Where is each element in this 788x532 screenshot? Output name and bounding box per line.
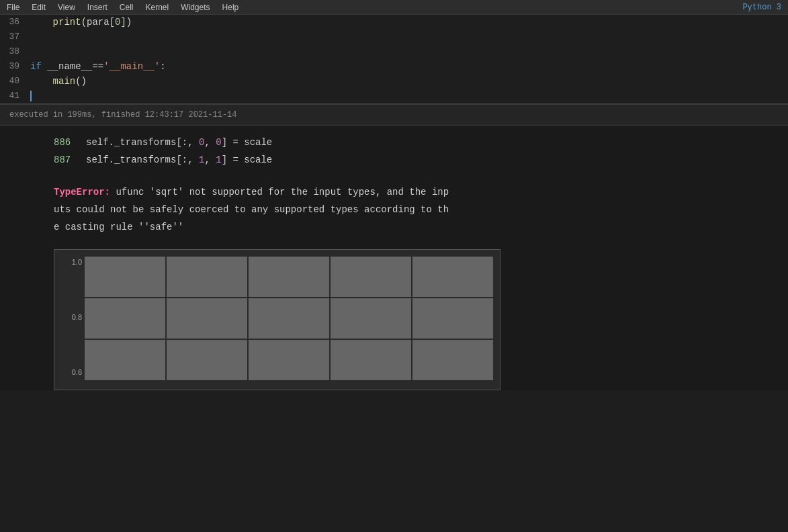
- error-keyword: TypeError:: [54, 187, 110, 197]
- kernel-indicator: Python 3: [742, 3, 781, 12]
- error-line-1: TypeError: ufunc 'sqrt' not supported fo…: [54, 183, 734, 201]
- code-line-39: 39 if __name__=='__main__':: [0, 59, 788, 74]
- menu-help[interactable]: Help: [222, 3, 239, 12]
- line-content-41: [30, 89, 788, 103]
- line-number-41: 41: [0, 89, 30, 103]
- chart-cell: [167, 340, 247, 380]
- code-line-38: 38: [0, 44, 788, 59]
- line-number-38: 38: [0, 44, 30, 59]
- menu-widgets[interactable]: Widgets: [181, 3, 210, 12]
- chart-cell: [412, 298, 493, 339]
- menu-kernel[interactable]: Kernel: [146, 3, 169, 12]
- y-label-1.0: 1.0: [57, 258, 82, 266]
- chart-cell: [331, 298, 411, 339]
- output-code-line-887: 887 self._transforms[:, 1, 1] = scale: [54, 151, 788, 169]
- chart-y-axis: 1.0 0.8 0.6: [54, 250, 85, 390]
- chart-row-1: [85, 257, 493, 297]
- code-line-37: 37: [0, 30, 788, 44]
- y-label-0.6: 0.6: [57, 368, 82, 376]
- output-line-num-886: 886: [54, 134, 81, 151]
- error-text-1: ufunc 'sqrt' not supported for the input…: [116, 187, 449, 197]
- chart-cell: [85, 298, 165, 339]
- output-line-content-886: self._transforms[:, 0, 0] = scale: [86, 134, 272, 151]
- line-number-36: 36: [0, 15, 30, 30]
- y-label-0.8: 0.8: [57, 313, 82, 321]
- line-content-37: [30, 30, 788, 44]
- output-area: executed in 199ms, finished 12:43:17 202…: [0, 104, 788, 390]
- chart-row-2: [85, 298, 493, 339]
- error-text-3: e casting rule ''safe'': [54, 222, 183, 232]
- error-block: TypeError: ufunc 'sqrt' not supported fo…: [0, 177, 788, 249]
- chart-cell: [249, 340, 329, 380]
- chart-cell: [249, 257, 329, 297]
- menu-cell[interactable]: Cell: [120, 3, 134, 12]
- execution-info: executed in 199ms, finished 12:43:17 202…: [0, 104, 788, 126]
- menu-file[interactable]: File: [7, 3, 19, 12]
- line-number-40: 40: [0, 74, 30, 89]
- code-line-36: 36 print(para[0]): [0, 15, 788, 30]
- line-content-40: main(): [30, 74, 788, 89]
- code-editor[interactable]: 36 print(para[0]) 37 38 39 if __name__==…: [0, 15, 788, 104]
- line-number-39: 39: [0, 59, 30, 74]
- chart-grid: [85, 257, 493, 378]
- output-line-content-887: self._transforms[:, 1, 1] = scale: [86, 151, 272, 169]
- output-line-num-887: 887: [54, 151, 81, 169]
- chart-cell: [85, 340, 165, 380]
- chart-cell: [167, 257, 247, 297]
- output-code-line-886: 886 self._transforms[:, 0, 0] = scale: [54, 134, 788, 151]
- chart-cell: [85, 257, 165, 297]
- error-line-3: e casting rule ''safe'': [54, 218, 734, 236]
- chart-cell: [331, 340, 411, 380]
- line-number-37: 37: [0, 30, 30, 44]
- menu-insert[interactable]: Insert: [87, 3, 107, 12]
- chart-cell: [331, 257, 411, 297]
- chart-cell: [412, 257, 493, 297]
- code-line-40: 40 main(): [0, 74, 788, 89]
- chart-cell: [249, 298, 329, 339]
- line-content-38: [30, 44, 788, 59]
- line-content-36: print(para[0]): [30, 15, 788, 30]
- chart-cell: [167, 298, 247, 339]
- line-content-39: if __name__=='__main__':: [30, 59, 788, 74]
- code-line-41: 41: [0, 89, 788, 103]
- menu-view[interactable]: View: [58, 3, 75, 12]
- chart-container: 1.0 0.8 0.6: [54, 249, 500, 390]
- chart-row-3: [85, 340, 493, 380]
- menu-bar: File Edit View Insert Cell Kernel Widget…: [0, 0, 788, 15]
- menu-edit[interactable]: Edit: [32, 3, 46, 12]
- output-code-block: 886 self._transforms[:, 0, 0] = scale 88…: [0, 126, 788, 177]
- error-text-2: uts could not be safely coerced to any s…: [54, 204, 449, 215]
- chart-cell: [412, 340, 493, 380]
- error-line-2: uts could not be safely coerced to any s…: [54, 201, 734, 218]
